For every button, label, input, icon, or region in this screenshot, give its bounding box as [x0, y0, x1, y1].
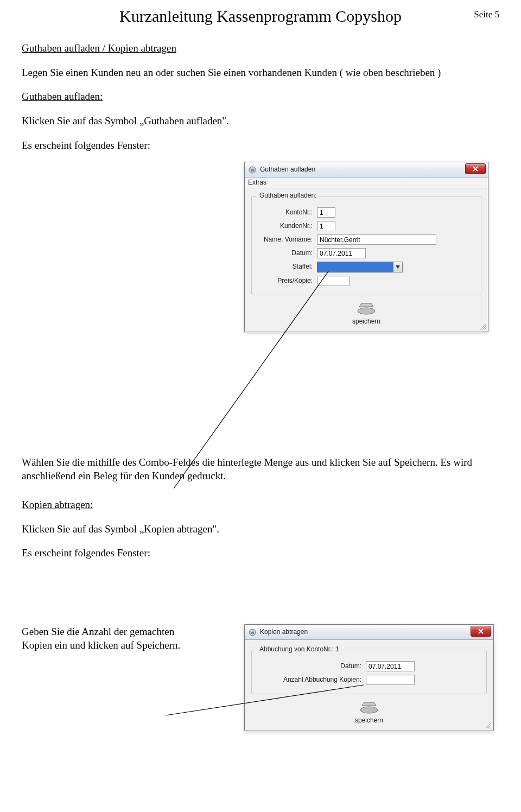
- doc-header: Kurzanleitung Kassenprogramm Copyshop Se…: [22, 5, 499, 27]
- app-icon: [248, 166, 257, 174]
- combo-dropdown-button[interactable]: [393, 262, 403, 272]
- input-datum[interactable]: [366, 661, 415, 671]
- input-konto[interactable]: [317, 207, 335, 218]
- resize-grip[interactable]: [485, 722, 492, 729]
- titlebar: Guthaben aufladen: [245, 162, 488, 177]
- page-number: Seite 5: [474, 9, 499, 21]
- input-preis[interactable]: [317, 276, 350, 286]
- input-datum[interactable]: [317, 248, 366, 258]
- save-area: speichern: [245, 700, 493, 725]
- save-label[interactable]: speichern: [245, 318, 488, 326]
- menubar: Extras: [245, 177, 488, 188]
- save-area: speichern: [245, 301, 488, 326]
- label-name: Name, Vorname:: [257, 236, 317, 244]
- group-legend: Guthaben aufladen:: [257, 192, 319, 200]
- svg-point-2: [358, 308, 375, 314]
- combo-staffel[interactable]: [317, 262, 403, 272]
- group-legend: Abbuchung von KontoNr.: 1: [257, 645, 341, 654]
- para-1: Legen Sie einen Kunden neu an oder suche…: [22, 66, 499, 80]
- page: Kurzanleitung Kassenprogramm Copyshop Se…: [0, 0, 521, 798]
- label-kunden: KundenNr.:: [257, 222, 317, 231]
- label-konto: KontoNr.:: [257, 208, 317, 217]
- groupbox-abbuchung: Abbuchung von KontoNr.: 1 Datum: Anzahl …: [251, 650, 487, 694]
- input-kunden[interactable]: [317, 221, 335, 231]
- combo-staffel-value[interactable]: [317, 262, 393, 272]
- doc-title: Kurzanleitung Kassenprogramm Copyshop: [119, 5, 402, 27]
- app-icon: [248, 628, 257, 637]
- svg-rect-5: [251, 632, 254, 634]
- input-anzahl[interactable]: [366, 675, 415, 685]
- section-heading-3: Kopien abtragen:: [22, 498, 499, 512]
- section-heading-2: Guthaben aufladen:: [22, 90, 499, 104]
- para-2: Klicken Sie auf das Symbol „Guthaben auf…: [22, 115, 499, 128]
- close-button[interactable]: [471, 626, 491, 637]
- label-anzahl: Anzahl Abbuchung Kopien:: [257, 676, 366, 684]
- save-icon[interactable]: [354, 301, 378, 316]
- groupbox-guthaben: Guthaben aufladen: KontoNr.: KundenNr.: …: [251, 196, 481, 295]
- dialog-kopien-abtragen: Kopien abtragen Abbuchung von KontoNr.: …: [244, 624, 494, 731]
- label-datum: Datum:: [257, 662, 366, 671]
- label-staffel: Staffel:: [257, 263, 317, 271]
- para-4: Wählen Sie die mithilfe des Combo-Feldes…: [22, 456, 499, 483]
- dialog-title: Guthaben aufladen: [260, 166, 315, 174]
- save-label[interactable]: speichern: [245, 716, 493, 725]
- input-name[interactable]: [317, 234, 436, 245]
- label-preis: Preis/Kopie:: [257, 277, 317, 286]
- titlebar: Kopien abtragen: [245, 625, 493, 640]
- svg-rect-1: [251, 169, 254, 172]
- menu-extras[interactable]: Extras: [248, 179, 266, 186]
- save-icon[interactable]: [357, 700, 381, 715]
- dialog-title: Kopien abtragen: [260, 628, 308, 637]
- svg-point-6: [360, 707, 378, 713]
- para-6: Es erscheint folgendes Fenster:: [22, 547, 499, 560]
- close-button[interactable]: [465, 163, 486, 174]
- para-3: Es erscheint folgendes Fenster:: [22, 139, 499, 153]
- label-datum: Datum:: [257, 249, 317, 258]
- dialog-guthaben-aufladen: Guthaben aufladen Extras Guthaben auflad…: [244, 162, 488, 332]
- section-heading-1: Guthaben aufladen / Kopien abtragen: [22, 42, 499, 55]
- resize-grip[interactable]: [479, 323, 487, 331]
- para-5: Klicken Sie auf das Symbol „Kopien abtra…: [22, 523, 499, 536]
